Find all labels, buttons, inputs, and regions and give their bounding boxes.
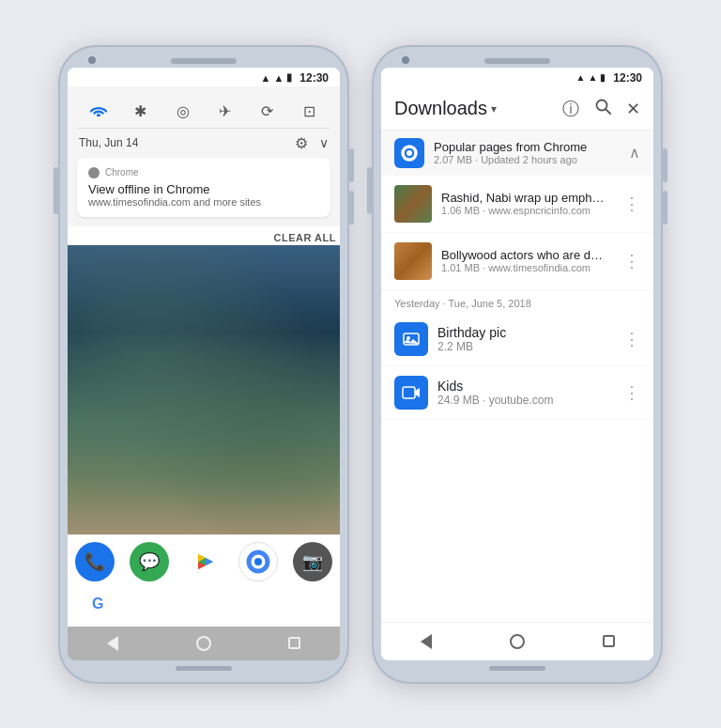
popular-pages-subtitle: 2.07 MB · Updated 2 hours ago xyxy=(434,154,620,165)
popular-pages-info: Popular pages from Chrome 2.07 MB · Upda… xyxy=(434,140,620,165)
file-item-birthday[interactable]: Birthday pic 2.2 MB ⋮ xyxy=(381,313,653,366)
p2-battery-icon: ▮ xyxy=(600,72,606,83)
location-quick-icon[interactable]: ◎ xyxy=(173,100,193,120)
svg-point-17 xyxy=(407,150,412,156)
wifi-quick-icon[interactable] xyxy=(88,100,109,120)
phone-1-status-bar: ▲ ▲ ▮ 12:30 xyxy=(68,68,340,86)
birthday-file-icon xyxy=(394,322,428,356)
birthday-file-title: Birthday pic xyxy=(437,325,614,340)
home-button[interactable] xyxy=(194,634,213,653)
download-item-cricket[interactable]: Rashid, Nabi wrap up emph… 1.06 MB · www… xyxy=(381,176,653,233)
phone-1-status-icons: ▲ ▲ ▮ xyxy=(261,71,293,84)
notification-date-row: Thu, Jun 14 ⚙ ∨ xyxy=(77,129,330,158)
battery-quick-icon[interactable]: ⊡ xyxy=(299,100,320,120)
phone-2-power-btn[interactable] xyxy=(367,167,372,214)
birthday-file-info: Birthday pic 2.2 MB xyxy=(437,325,614,353)
notification-app-icon xyxy=(88,167,100,178)
wallpaper-overlay xyxy=(68,245,340,534)
notification-title: View offline in Chrome xyxy=(88,182,319,196)
phone-1-vol-up-btn[interactable] xyxy=(349,148,354,182)
phones-container: ▲ ▲ ▮ 12:30 ✱ xyxy=(58,45,663,684)
phone-1-bottom-bar xyxy=(68,666,340,671)
section-expand-icon[interactable]: ∧ xyxy=(629,144,640,162)
kids-more-icon[interactable]: ⋮ xyxy=(623,382,640,403)
back-icon-2 xyxy=(421,634,432,649)
google-search-bar[interactable]: G xyxy=(77,589,330,619)
dock-play-icon[interactable] xyxy=(184,542,223,581)
downloads-title-group: Downloads ▾ xyxy=(394,98,562,119)
phone-2-status-icons: ▲ ▲ ▮ xyxy=(575,72,606,83)
bollywood-more-icon[interactable]: ⋮ xyxy=(623,251,640,271)
dock-chrome-icon[interactable] xyxy=(238,542,278,581)
dock-camera-icon[interactable]: 📷 xyxy=(293,542,332,581)
phone-2-vol-up-btn[interactable] xyxy=(663,148,667,182)
bollywood-item-meta: 1.01 MB · www.timesofindia.com xyxy=(441,262,614,273)
p2-wifi-icon: ▲ xyxy=(575,72,585,83)
svg-text:⊡: ⊡ xyxy=(303,103,315,118)
file-item-kids[interactable]: Kids 24.9 MB · youtube.com ⋮ xyxy=(381,366,653,420)
quick-settings-row: ✱ ◎ ✈ ⟳ ⊡ xyxy=(77,94,330,129)
home-icon xyxy=(196,636,211,651)
phone-2-camera xyxy=(402,56,409,64)
phone-1-power-btn[interactable] xyxy=(54,167,58,214)
download-item-bollywood[interactable]: Bollywood actors who are d… 1.01 MB · ww… xyxy=(381,233,653,290)
svg-line-14 xyxy=(606,110,611,115)
recents-button-2[interactable] xyxy=(593,631,624,651)
downloads-dropdown-arrow[interactable]: ▾ xyxy=(491,102,497,116)
dock-apps: 📞 💬 📷 xyxy=(75,542,332,581)
bollywood-item-title: Bollywood actors who are d… xyxy=(441,248,614,262)
dock-messages-icon[interactable]: 💬 xyxy=(130,542,169,581)
cricket-item-info: Rashid, Nabi wrap up emph… 1.06 MB · www… xyxy=(441,191,614,216)
notification-panel: ✱ ◎ ✈ ⟳ ⊡ xyxy=(68,86,340,226)
dock-phone-icon[interactable]: 📞 xyxy=(75,542,115,581)
phone-1-vol-down-btn[interactable] xyxy=(349,191,354,225)
phone-2-status-bar: ▲ ▲ ▮ 12:30 xyxy=(381,68,653,86)
home-icon-2 xyxy=(510,634,525,649)
svg-text:◎: ◎ xyxy=(176,103,190,118)
bollywood-item-info: Bollywood actors who are d… 1.01 MB · ww… xyxy=(441,248,614,273)
search-icon[interactable] xyxy=(594,98,611,119)
phone-2-bottom-bar xyxy=(381,666,653,671)
cricket-item-title: Rashid, Nabi wrap up emph… xyxy=(441,191,614,205)
info-icon[interactable]: ⓘ xyxy=(562,98,579,120)
wifi-icon: ▲ xyxy=(261,72,271,84)
rotate-quick-icon[interactable]: ⟳ xyxy=(257,100,278,120)
airplane-quick-icon[interactable]: ✈ xyxy=(215,100,236,120)
back-button[interactable] xyxy=(103,634,122,653)
clear-all-button[interactable]: CLEAR ALL xyxy=(274,232,336,243)
back-icon xyxy=(107,636,118,651)
kids-file-title: Kids xyxy=(437,379,614,394)
svg-rect-20 xyxy=(403,387,415,398)
phone-1: ▲ ▲ ▮ 12:30 ✱ xyxy=(58,45,349,684)
date-separator: Yesterday · Tue, June 5, 2018 xyxy=(381,290,653,313)
phone-1-wallpaper xyxy=(68,245,340,534)
phone-2-vol-down-btn[interactable] xyxy=(663,191,667,225)
svg-point-13 xyxy=(597,101,607,111)
google-g-logo: G xyxy=(92,596,103,612)
home-button-2[interactable] xyxy=(500,630,534,653)
recents-icon xyxy=(288,637,300,649)
settings-icon[interactable]: ⚙ xyxy=(295,134,308,152)
battery-icon: ▮ xyxy=(286,71,292,84)
svg-point-12 xyxy=(254,558,262,565)
phone-1-time: 12:30 xyxy=(299,71,329,85)
p2-signal-icon: ▲ xyxy=(588,72,597,83)
phone-1-nav-bar xyxy=(68,627,340,660)
birthday-more-icon[interactable]: ⋮ xyxy=(623,329,640,349)
popular-pages-title: Popular pages from Chrome xyxy=(434,140,620,154)
svg-text:✈: ✈ xyxy=(219,103,231,118)
close-icon[interactable]: ✕ xyxy=(626,99,640,119)
notification-card[interactable]: Chrome View offline in Chrome www.timeso… xyxy=(77,158,330,217)
signal-icon: ▲ xyxy=(273,72,284,84)
downloads-action-icons: ⓘ ✕ xyxy=(562,98,640,120)
recents-button[interactable] xyxy=(285,634,304,653)
phone-1-top-bar xyxy=(68,58,340,64)
kids-file-icon xyxy=(394,376,428,410)
birthday-file-size: 2.2 MB xyxy=(437,340,614,353)
back-button-2[interactable] xyxy=(411,630,441,653)
notification-date: Thu, Jun 14 xyxy=(79,136,138,149)
cricket-more-icon[interactable]: ⋮ xyxy=(623,194,640,214)
expand-icon[interactable]: ∨ xyxy=(319,135,329,150)
bluetooth-quick-icon[interactable]: ✱ xyxy=(130,100,151,120)
phone-2-home-pill xyxy=(489,666,545,671)
